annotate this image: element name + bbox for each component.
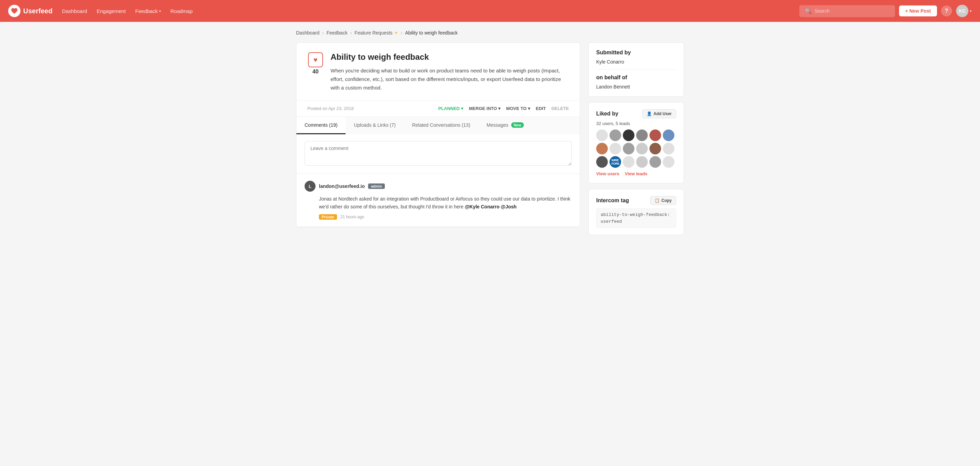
post-section: ♥ 40 Ability to weigh feedback When you'… (296, 43, 580, 100)
post-title: Ability to weigh feedback (331, 52, 569, 62)
comment-box-section (296, 134, 580, 174)
vote-count: 40 (312, 69, 318, 75)
nav-roadmap[interactable]: Roadmap (170, 8, 192, 14)
delete-button[interactable]: DELETE (552, 106, 569, 111)
intercom-tag-title: Intercom tag (596, 198, 629, 204)
avatar-13 (596, 156, 608, 168)
messages-new-badge: New (511, 122, 524, 128)
status-button[interactable]: PLANNED ▾ (438, 106, 463, 111)
help-button[interactable]: ? (941, 5, 952, 16)
avatar-3 (623, 129, 635, 141)
avatar-12 (663, 143, 675, 155)
breadcrumb-feedback[interactable]: Feedback (326, 30, 347, 35)
view-leads-link[interactable]: View leads (625, 171, 648, 176)
vote-box: ♥ 40 (307, 52, 324, 92)
user-menu[interactable]: KC ▾ (956, 5, 972, 17)
add-user-button[interactable]: 👤 Add User (642, 109, 676, 118)
merge-into-button[interactable]: MERGE INTO ▾ (469, 106, 501, 111)
view-links: View users View leads (596, 171, 676, 176)
edit-button[interactable]: EDIT (536, 106, 546, 111)
avatar-9 (623, 143, 635, 155)
nav-dashboard[interactable]: Dashboard (62, 8, 87, 14)
view-users-link[interactable]: View users (596, 171, 619, 176)
move-caret: ▾ (528, 106, 530, 111)
search-box[interactable]: 🔍 (799, 5, 895, 17)
avatar-1 (596, 129, 608, 141)
avatars-grid: WIREFORE (596, 129, 676, 168)
intercom-tag-header: Intercom tag 📋 Copy (596, 196, 676, 205)
submitted-by-title: Submitted by (596, 49, 676, 56)
nav-engagement[interactable]: Engagement (97, 8, 126, 14)
navbar: Userfeed Dashboard Engagement Feedback ▾… (0, 0, 980, 22)
avatar-15 (636, 156, 648, 168)
add-user-icon: 👤 (647, 112, 652, 116)
brand-name: Userfeed (23, 7, 52, 15)
post-body: When you're deciding what to build or wo… (331, 67, 569, 92)
avatar-11 (649, 143, 661, 155)
avatar-14 (623, 156, 635, 168)
search-input[interactable] (815, 8, 889, 14)
liked-count: 32 users, 5 leads (596, 121, 676, 126)
breadcrumb: Dashboard › Feedback › Feature Requests … (296, 30, 684, 35)
tab-messages[interactable]: Messages New (478, 117, 532, 134)
avatar-8 (609, 143, 621, 155)
move-to-button[interactable]: MOVE TO ▾ (506, 106, 530, 111)
avatar-word: WIREFORE (609, 156, 621, 168)
post-footer: Posted on Apr 23, 2018 PLANNED ▾ MERGE I… (296, 100, 580, 116)
feedback-dropdown-caret: ▾ (159, 9, 161, 13)
nav-feedback[interactable]: Feedback ▾ (135, 8, 161, 14)
avatar-4 (636, 129, 648, 141)
merge-caret: ▾ (498, 106, 501, 111)
comment-item: L landon@userfeed.io admin Jonas at Nord… (296, 174, 580, 227)
status-caret: ▾ (461, 106, 463, 111)
on-behalf-of-name: Landon Bennett (596, 84, 676, 89)
tab-conversations[interactable]: Related Conversations (13) (404, 117, 478, 134)
breadcrumb-current: Ability to weigh feedback (405, 30, 458, 35)
tab-uploads[interactable]: Uploads & Links (7) (345, 117, 404, 134)
new-post-button[interactable]: + New Post (899, 5, 937, 16)
avatar-10 (636, 143, 648, 155)
admin-badge: admin (368, 184, 385, 189)
main-container: Dashboard › Feedback › Feature Requests … (285, 22, 695, 243)
user-menu-caret: ▾ (970, 9, 972, 13)
copy-button[interactable]: 📋 Copy (650, 196, 676, 205)
post-actions: PLANNED ▾ MERGE INTO ▾ MOVE TO ▾ EDIT (438, 106, 569, 111)
heart-icon: ♥ (313, 56, 318, 64)
tabs-bar: Comments (19) Uploads & Links (7) Relate… (296, 116, 580, 134)
main-card: ♥ 40 Ability to weigh feedback When you'… (296, 42, 580, 227)
comment-input[interactable] (305, 141, 572, 166)
comment-author: landon@userfeed.io (319, 184, 365, 189)
brand-link[interactable]: Userfeed (8, 5, 52, 17)
avatar-6 (663, 129, 675, 141)
copy-icon: 📋 (655, 198, 660, 203)
sidebar-divider (596, 69, 676, 70)
breadcrumb-feature-requests[interactable]: Feature Requests ✦ (355, 30, 398, 35)
comment-header: L landon@userfeed.io admin (305, 181, 572, 192)
tab-comments[interactable]: Comments (19) (296, 117, 345, 134)
feature-requests-star: ✦ (394, 30, 398, 35)
liked-by-title: Liked by (596, 111, 618, 117)
avatar-17 (663, 156, 675, 168)
avatar-2 (609, 129, 621, 141)
navbar-right: 🔍 + New Post ? KC ▾ (799, 5, 972, 17)
comment-avatar: L (305, 181, 315, 192)
breadcrumb-dashboard[interactable]: Dashboard (296, 30, 320, 35)
comment-meta: Private 21 hours ago (305, 214, 572, 220)
on-behalf-of-title: on behalf of (596, 75, 676, 81)
avatar-16 (649, 156, 661, 168)
submitted-by-name: Kyle Conarro (596, 59, 676, 65)
liked-by-header: Liked by 👤 Add User (596, 109, 676, 118)
avatar-5 (649, 129, 661, 141)
breadcrumb-sep-3: › (401, 30, 402, 35)
submitted-by-card: Submitted by Kyle Conarro on behalf of L… (588, 42, 684, 97)
intercom-tag-card: Intercom tag 📋 Copy ability-to-weigh-fee… (588, 189, 684, 235)
search-icon: 🔍 (805, 8, 812, 14)
tag-value: ability-to-weigh-feedback:userfeed (596, 208, 676, 228)
avatar-7 (596, 143, 608, 155)
breadcrumb-sep-2: › (350, 30, 352, 35)
vote-button[interactable]: ♥ (308, 52, 323, 67)
post-content: Ability to weigh feedback When you're de… (331, 52, 569, 92)
brand-icon (8, 5, 21, 17)
comment-time: 21 hours ago (340, 215, 364, 219)
content-wrapper: ♥ 40 Ability to weigh feedback When you'… (296, 42, 684, 235)
